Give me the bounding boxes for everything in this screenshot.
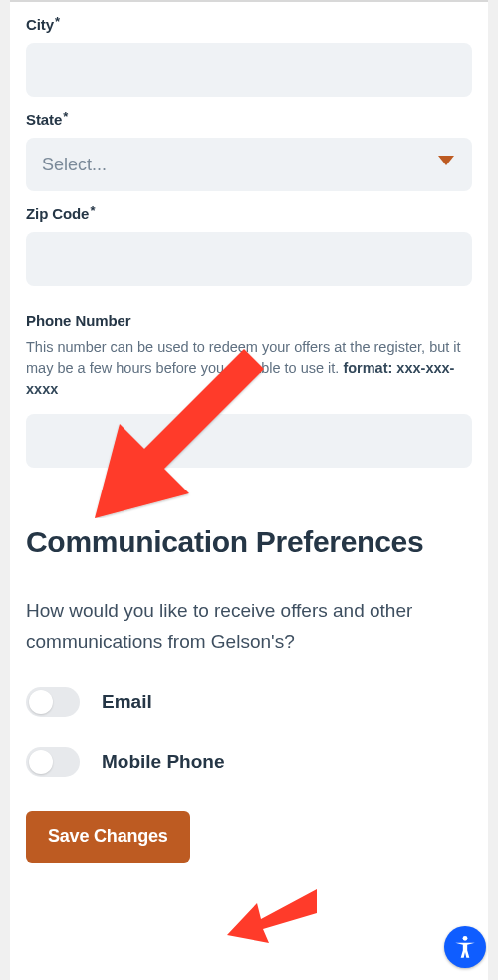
mobile-toggle-label: Mobile Phone <box>102 751 225 773</box>
city-input[interactable] <box>26 43 472 97</box>
state-field: State* <box>26 111 472 191</box>
label-text: Zip Code <box>26 205 89 222</box>
required-asterisk: * <box>63 109 68 124</box>
viewport: City* State* Zip Code* Phone Number <box>0 0 498 980</box>
svg-point-2 <box>463 936 468 941</box>
accessibility-icon <box>452 934 478 960</box>
label-text: Phone Number <box>26 312 130 329</box>
prefs-question: How would you like to receive offers and… <box>26 595 472 658</box>
label-text: State <box>26 111 62 128</box>
phone-helper: This number can be used to redeem your o… <box>26 337 472 400</box>
mobile-toggle[interactable] <box>26 747 80 777</box>
form-page: City* State* Zip Code* Phone Number <box>10 0 488 980</box>
required-asterisk: * <box>90 203 95 218</box>
accessibility-button[interactable] <box>444 926 486 968</box>
chevron-down-icon <box>438 156 454 165</box>
email-toggle[interactable] <box>26 687 80 717</box>
state-label: State* <box>26 111 472 128</box>
state-select-wrap <box>26 128 472 191</box>
phone-field: Phone Number This number can be used to … <box>26 312 472 468</box>
zip-input[interactable] <box>26 232 472 286</box>
required-asterisk: * <box>55 14 60 29</box>
toggle-row-mobile: Mobile Phone <box>26 747 472 777</box>
save-button[interactable]: Save Changes <box>26 811 190 863</box>
label-text: City <box>26 16 54 33</box>
toggle-row-email: Email <box>26 687 472 717</box>
toggle-knob <box>29 690 53 714</box>
prefs-heading: Communication Preferences <box>26 523 472 561</box>
city-label: City* <box>26 16 472 33</box>
state-select[interactable] <box>26 138 472 191</box>
city-field: City* <box>26 16 472 97</box>
phone-input[interactable] <box>26 414 472 468</box>
zip-label: Zip Code* <box>26 205 472 222</box>
phone-label: Phone Number <box>26 312 472 329</box>
email-toggle-label: Email <box>102 691 152 713</box>
toggle-knob <box>29 750 53 774</box>
zip-field: Zip Code* <box>26 205 472 286</box>
